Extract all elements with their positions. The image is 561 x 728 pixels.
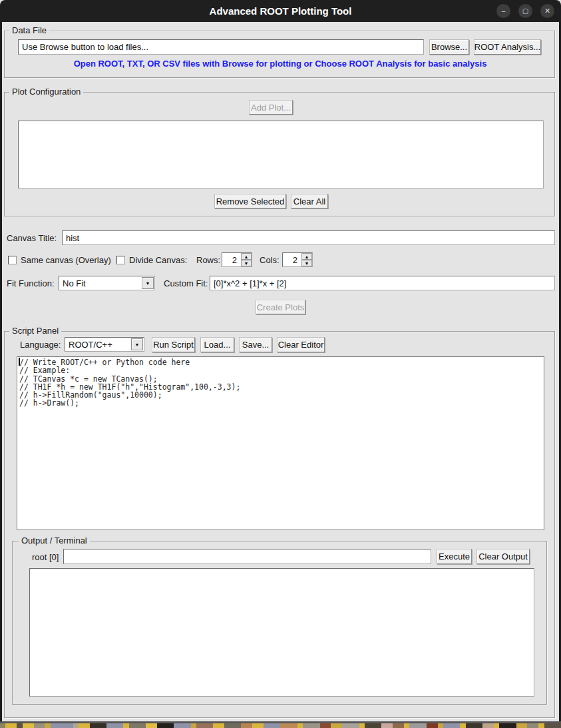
canvas-title-input[interactable]: hist <box>62 230 555 245</box>
text-caret <box>19 358 20 366</box>
language-dropdown-icon[interactable]: ▼ <box>131 338 143 350</box>
cols-spin-down-icon[interactable]: ▼ <box>301 260 312 266</box>
plot-listbox[interactable] <box>18 121 544 188</box>
custom-fit-input[interactable]: [0]*x^2 + [1]*x + [2] <box>210 276 555 290</box>
rows-value: 2 <box>222 253 240 266</box>
language-combobox[interactable]: ROOT/C++ ▼ <box>65 337 144 352</box>
cols-spinner[interactable]: 2 ▲ ▼ <box>282 252 313 267</box>
close-icon: ✕ <box>544 7 550 15</box>
rows-spinner[interactable]: 2 ▲ ▼ <box>222 252 252 267</box>
custom-fit-label: Custom Fit: <box>164 278 208 288</box>
fit-function-label: Fit Function: <box>7 278 55 288</box>
close-button[interactable]: ✕ <box>540 4 554 18</box>
fit-function-value: No Fit <box>63 278 86 288</box>
root-prompt-label: root [0] <box>32 552 59 562</box>
script-panel-legend: Script Panel <box>9 326 61 336</box>
command-input[interactable] <box>63 549 431 564</box>
root-analysis-button[interactable]: ROOT Analysis... <box>474 39 541 55</box>
output-textarea[interactable] <box>29 568 534 697</box>
remove-selected-button[interactable]: Remove Selected <box>214 194 286 208</box>
cols-label: Cols: <box>260 255 280 265</box>
canvas-title-label: Canvas Title: <box>7 233 57 243</box>
create-plots-button[interactable]: Create Plots <box>256 300 305 314</box>
maximize-icon: ▢ <box>522 7 528 15</box>
same-canvas-label: Same canvas (Overlay) <box>21 255 111 265</box>
execute-button[interactable]: Execute <box>437 549 472 564</box>
language-label: Language: <box>20 340 61 350</box>
divide-canvas-label: Divide Canvas: <box>129 255 187 265</box>
file-path-input[interactable]: Use Browse button to load files... <box>18 39 424 55</box>
language-value: ROOT/C++ <box>69 340 112 350</box>
window-border-left <box>0 22 2 723</box>
window-title: Advanced ROOT Plotting Tool <box>0 0 561 22</box>
rows-label: Rows: <box>196 255 220 265</box>
load-button[interactable]: Load... <box>200 337 234 352</box>
script-editor[interactable]: // Write ROOT/C++ or Python code here //… <box>17 356 544 530</box>
data-file-legend: Data File <box>9 26 49 35</box>
rows-spin-down-icon[interactable]: ▼ <box>241 260 252 266</box>
cols-spin-up-icon[interactable]: ▲ <box>301 253 312 260</box>
titlebar[interactable]: Advanced ROOT Plotting Tool – ▢ ✕ <box>0 0 561 22</box>
cols-value: 2 <box>283 253 300 266</box>
run-script-button[interactable]: Run Script <box>152 337 195 352</box>
save-button[interactable]: Save... <box>239 337 272 352</box>
minimize-button[interactable]: – <box>496 4 510 18</box>
fit-function-dropdown-icon[interactable]: ▼ <box>142 277 154 289</box>
add-plot-button[interactable]: Add Plot... <box>249 100 293 115</box>
clear-all-button[interactable]: Clear All <box>291 194 328 208</box>
divide-canvas-checkbox[interactable] <box>116 256 125 264</box>
rows-spin-up-icon[interactable]: ▲ <box>241 253 252 260</box>
maximize-button[interactable]: ▢ <box>518 4 532 18</box>
app-window: Advanced ROOT Plotting Tool – ▢ ✕ Data F… <box>0 0 561 728</box>
clear-editor-button[interactable]: Clear Editor <box>277 337 325 352</box>
plot-config-legend: Plot Configuration <box>9 87 83 97</box>
output-terminal-legend: Output / Terminal <box>19 536 90 546</box>
desktop-wallpaper-strip <box>0 723 561 728</box>
data-file-hint-text: Open ROOT, TXT, OR CSV files with Browse… <box>4 59 556 69</box>
fit-function-combobox[interactable]: No Fit ▼ <box>59 276 155 290</box>
clear-output-button[interactable]: Clear Output <box>476 549 530 564</box>
same-canvas-checkbox[interactable] <box>8 256 17 264</box>
minimize-icon: – <box>502 7 506 15</box>
browse-button[interactable]: Browse... <box>429 39 469 55</box>
